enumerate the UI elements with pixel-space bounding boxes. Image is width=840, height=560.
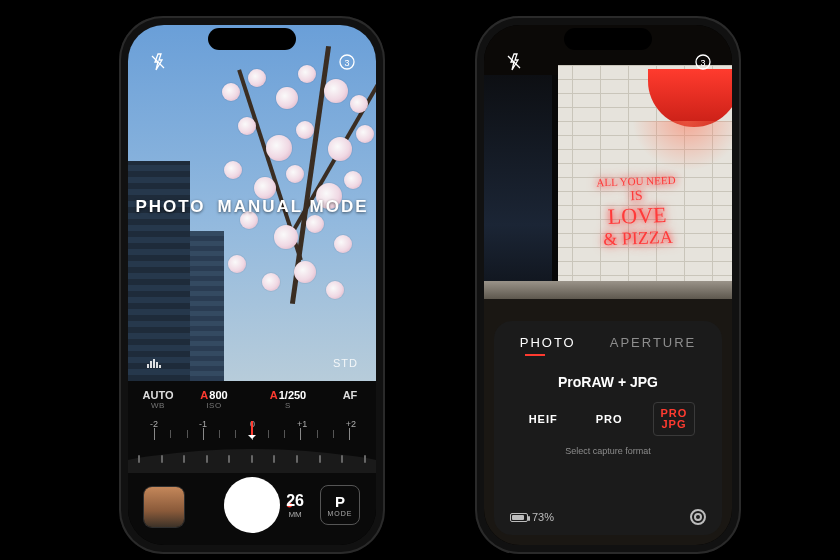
- phone-right: 3 ALL YOU NEED IS LOVE & PIZZA PHOTO APE…: [475, 16, 741, 554]
- svg-text:3: 3: [344, 58, 349, 68]
- timer-icon[interactable]: 3: [338, 53, 356, 71]
- scene-flower: [334, 235, 352, 253]
- mode-letter: P: [335, 493, 345, 510]
- phone-left: 3: [119, 16, 385, 554]
- neon-line: LOVE: [607, 203, 666, 227]
- tab-photo[interactable]: PHOTO: [520, 335, 576, 356]
- svg-rect-4: [150, 361, 152, 368]
- notch: [208, 28, 296, 50]
- battery-pct: 73%: [532, 511, 554, 523]
- mode-sublabel: MODE: [328, 510, 353, 517]
- mode-primary: PHOTO: [135, 197, 205, 217]
- ev-label: +1: [297, 419, 307, 429]
- screen: 3: [128, 25, 376, 545]
- auto-prefix: A: [200, 389, 208, 401]
- format-label: JPG: [661, 419, 686, 430]
- scene-flower: [286, 165, 304, 183]
- scene-flower: [296, 121, 314, 139]
- param-sublabel: S: [256, 401, 320, 410]
- mode-banner: PHOTO MANUAL MODE: [128, 197, 376, 217]
- scene-flower: [350, 95, 368, 113]
- scene-counter: [484, 281, 732, 299]
- shutter-button[interactable]: [224, 477, 280, 533]
- ev-label: +2: [346, 419, 356, 429]
- flash-off-icon[interactable]: [150, 53, 166, 71]
- scene-flower: [306, 215, 324, 233]
- ev-label: -1: [199, 419, 207, 429]
- param-value: AF: [332, 389, 368, 401]
- controls-panel: AUTO WB A800 ISO A1/250 S AF -2 -1 0: [128, 381, 376, 545]
- scene-flower: [262, 273, 280, 291]
- scene-flower: [266, 135, 292, 161]
- format-heif[interactable]: HEIF: [521, 407, 566, 431]
- sheet-bottom: 73%: [510, 509, 706, 525]
- format-pro[interactable]: PRO: [588, 407, 631, 431]
- format-options: HEIF PRO PRO JPG: [510, 402, 706, 436]
- param-value: AUTO: [130, 389, 186, 401]
- settings-sheet: PHOTO APERTURE ProRAW + JPG HEIF PRO PRO…: [494, 321, 722, 535]
- focal-value: 26: [286, 492, 304, 510]
- mode-button[interactable]: P MODE: [320, 485, 360, 525]
- scene-neon-sign: ALL YOU NEED IS LOVE & PIZZA: [580, 159, 693, 263]
- focal-length-readout[interactable]: 26 MM: [286, 492, 304, 519]
- histogram-icon[interactable]: [146, 357, 164, 369]
- mode-dial[interactable]: [128, 449, 376, 473]
- mode-secondary: MANUAL MODE: [218, 197, 369, 217]
- sheet-tabs: PHOTO APERTURE: [510, 335, 706, 356]
- param-row: AUTO WB A800 ISO A1/250 S AF: [128, 389, 376, 417]
- scene-flower: [222, 83, 240, 101]
- settings-gear-icon[interactable]: [690, 509, 706, 525]
- battery-indicator: 73%: [510, 511, 554, 523]
- timer-icon[interactable]: 3: [694, 53, 712, 71]
- scene-flower: [324, 79, 348, 103]
- ev-indicator: [251, 421, 253, 435]
- ev-scale[interactable]: -2 -1 0 +1 +2: [154, 421, 350, 447]
- neon-line: & PIZZA: [603, 227, 673, 247]
- scene-flower: [326, 281, 344, 299]
- tab-aperture[interactable]: APERTURE: [610, 335, 697, 356]
- param-sublabel: ISO: [186, 401, 242, 410]
- scene-flower: [276, 87, 298, 109]
- top-bar: 3: [128, 53, 376, 81]
- svg-rect-3: [147, 364, 149, 368]
- scene-flower: [294, 261, 316, 283]
- neon-line: IS: [630, 188, 643, 202]
- svg-rect-5: [153, 359, 155, 368]
- focal-unit: MM: [286, 510, 304, 519]
- flash-off-icon[interactable]: [506, 53, 522, 71]
- notch: [564, 28, 652, 50]
- scene-flower: [328, 137, 352, 161]
- scene-flower: [238, 117, 256, 135]
- format-hint: Select capture format: [510, 446, 706, 456]
- top-bar: 3: [484, 53, 732, 81]
- ev-label: -2: [150, 419, 158, 429]
- param-af[interactable]: AF: [332, 389, 368, 401]
- format-title: ProRAW + JPG: [510, 374, 706, 390]
- scene-building: [128, 161, 190, 381]
- param-shutter[interactable]: A1/250 S: [256, 389, 320, 410]
- scene-flower: [356, 125, 374, 143]
- param-value: 800: [209, 389, 227, 401]
- last-photo-thumbnail[interactable]: [144, 487, 184, 527]
- auto-prefix: A: [270, 389, 278, 401]
- battery-icon: [510, 513, 528, 522]
- svg-rect-7: [159, 365, 161, 368]
- param-sublabel: WB: [130, 401, 186, 410]
- scene-flower: [224, 161, 242, 179]
- param-wb[interactable]: AUTO WB: [130, 389, 186, 410]
- scene-flower: [344, 171, 362, 189]
- svg-text:3: 3: [700, 58, 705, 68]
- screen: 3 ALL YOU NEED IS LOVE & PIZZA PHOTO APE…: [484, 25, 732, 545]
- param-iso[interactable]: A800 ISO: [186, 389, 242, 410]
- param-value: 1/250: [279, 389, 307, 401]
- scene-building: [190, 231, 224, 381]
- svg-rect-6: [156, 362, 158, 368]
- format-projpg[interactable]: PRO JPG: [653, 402, 696, 436]
- quality-badge[interactable]: STD: [333, 357, 358, 369]
- bottom-row: 26 MM P MODE: [128, 473, 376, 533]
- scene-flower: [228, 255, 246, 273]
- scene-flower: [274, 225, 298, 249]
- neon-line: ALL YOU NEED: [596, 174, 676, 188]
